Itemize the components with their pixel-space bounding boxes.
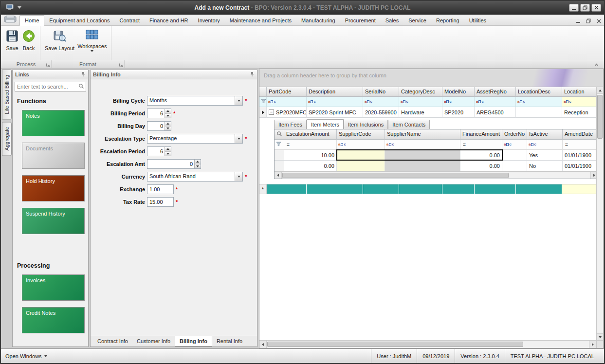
scroll-left-icon[interactable] (275, 172, 282, 179)
scroll-right-icon[interactable] (590, 172, 596, 179)
filter-cell-locationdesc[interactable]: ac (516, 97, 562, 107)
filter-cell-financeamount[interactable]: = (460, 140, 502, 150)
row-indicator-cell[interactable] (275, 150, 284, 161)
cell-modelno[interactable]: SP2020 (442, 107, 475, 118)
scroll-down-icon[interactable] (597, 333, 603, 340)
billing-cycle-select[interactable]: Months (147, 96, 243, 106)
tab-contract-info[interactable]: Contract Info (93, 336, 132, 346)
filter-cell-categorydesc[interactable]: ac (399, 97, 442, 107)
cell-amenddate[interactable]: 01/01/1900 (563, 150, 596, 161)
hold-history-button[interactable]: Hold History (22, 175, 85, 201)
dropdown-arrow-icon[interactable] (235, 134, 242, 143)
row-indicator-cell[interactable] (259, 107, 267, 118)
billing-period-input[interactable] (147, 109, 165, 118)
new-cell-serialno[interactable] (363, 184, 399, 194)
app-icon[interactable] (6, 4, 14, 12)
cell-orderno[interactable] (502, 150, 527, 161)
ribbon-tab-procurement[interactable]: Procurement (340, 16, 381, 25)
scroll-right-icon[interactable] (589, 341, 596, 348)
scrollbar-thumb[interactable] (267, 342, 523, 347)
documents-button[interactable]: Documents (22, 143, 85, 169)
suspend-history-button[interactable]: Suspend History (22, 208, 85, 234)
save-layout-button[interactable]: Save Layout (43, 28, 76, 52)
spin-up-icon[interactable] (165, 122, 171, 126)
filter-cell-assetregno[interactable]: ac (475, 97, 516, 107)
new-cell-assetregno[interactable] (475, 184, 516, 194)
tab-rental-info[interactable]: Rental Info (212, 336, 247, 346)
cell-escalationamount[interactable]: 0.00 (284, 161, 337, 171)
cell-escalationamount[interactable]: 10.00 (284, 150, 337, 161)
row-indicator-cell[interactable] (275, 161, 284, 171)
cell-partcode[interactable]: −SP2020MFC (267, 107, 307, 118)
filter-cell-description[interactable]: ac (307, 97, 363, 107)
back-button[interactable]: Back (20, 28, 37, 52)
filter-cell-suppliercode[interactable]: ac (337, 140, 385, 150)
side-tab-aggregate[interactable]: Aggregate (2, 122, 12, 156)
scrollbar-thumb[interactable] (282, 173, 509, 178)
new-cell-locationdesc[interactable] (516, 184, 562, 194)
dropdown-arrow-icon[interactable] (235, 172, 242, 181)
pin-icon[interactable] (81, 72, 86, 78)
mdi-close-icon[interactable] (597, 19, 601, 23)
cell-serialno[interactable]: 2020-559900 (363, 107, 399, 118)
collapse-ribbon-icon[interactable] (594, 62, 599, 67)
column-header-modelno[interactable]: ModelNo (442, 87, 475, 97)
mdi-restore-icon[interactable] (586, 18, 591, 23)
credit-notes-button[interactable]: Credit Notes (22, 307, 85, 333)
dropdown-arrow-icon[interactable] (235, 96, 242, 105)
cell-financeamount[interactable]: 0.00 (460, 150, 502, 161)
scroll-up-icon[interactable] (597, 87, 603, 94)
cell-suppliername[interactable] (385, 150, 460, 161)
spin-down-icon[interactable] (165, 126, 171, 131)
cell-location[interactable]: Reception (562, 107, 596, 118)
spin-up-icon[interactable] (195, 160, 201, 164)
filter-cell-escalationamount[interactable]: = (284, 140, 337, 150)
billing-day-input[interactable] (147, 122, 165, 130)
column-header-escalationamount[interactable]: EscalationAmount (284, 129, 337, 140)
column-header-isactive[interactable]: IsActive (527, 129, 563, 140)
filter-cell-partcode[interactable]: ac (267, 97, 307, 107)
new-cell-categorydesc[interactable] (399, 184, 442, 194)
cell-suppliercode[interactable] (337, 150, 385, 161)
cell-suppliercode[interactable] (337, 161, 385, 171)
cell-financeamount[interactable]: 0.00 (460, 161, 502, 171)
ribbon-tab-finance-and-hr[interactable]: Finance and HR (145, 16, 193, 25)
filter-cell-serialno[interactable]: ac (363, 97, 399, 107)
ribbon-tab-service[interactable]: Service (403, 16, 431, 25)
escalation-amt-stepper[interactable] (147, 159, 201, 169)
column-header-financeamount[interactable]: FinanceAmount (460, 129, 502, 140)
horizontal-scrollbar[interactable] (259, 340, 596, 348)
escalation-type-select[interactable]: Percentage (147, 134, 243, 144)
vertical-scrollbar[interactable] (596, 87, 603, 340)
escalation-period-stepper[interactable] (147, 146, 171, 156)
tab-customer-info[interactable]: Customer Info (132, 336, 175, 346)
column-header-suppliername[interactable]: SupplierName (385, 129, 460, 140)
tab-billing-info[interactable]: Billing Info (175, 336, 212, 346)
column-header-suppliercode[interactable]: SupplierCode (337, 129, 385, 140)
filter-cell-location[interactable]: ac (562, 97, 596, 107)
cell-isactive[interactable]: Yes (527, 150, 563, 161)
billing-period-stepper[interactable] (147, 109, 171, 118)
filter-cell-amenddate[interactable]: = (563, 140, 596, 150)
save-button[interactable]: Save (4, 28, 20, 52)
format-dialog-launcher-icon[interactable] (119, 63, 123, 67)
tax-rate-field[interactable] (147, 197, 174, 207)
filter-cell-suppliername[interactable]: ac (385, 140, 460, 150)
open-windows-button[interactable]: Open Windows (5, 353, 47, 359)
search-icon[interactable] (78, 83, 84, 90)
scroll-left-icon[interactable] (259, 341, 267, 348)
collapse-detail-icon[interactable]: − (269, 109, 274, 115)
column-header-locationdesc[interactable]: LocationDesc (516, 87, 562, 97)
close-button[interactable] (591, 4, 601, 12)
ribbon-tab-manufacturing[interactable]: Manufacturing (296, 16, 340, 25)
process-dialog-launcher-icon[interactable] (46, 63, 50, 67)
column-header-location[interactable]: Location (562, 87, 596, 97)
workspaces-dropdown-icon[interactable] (91, 50, 93, 52)
scrollbar-thumb[interactable] (597, 95, 603, 139)
cell-isactive[interactable]: No (527, 161, 563, 171)
group-by-panel[interactable]: Drag a column header here to group by th… (259, 69, 603, 87)
ribbon-tab-sales[interactable]: Sales (381, 16, 404, 25)
filter-cell-isactive[interactable]: ac (527, 140, 563, 150)
tab-item-fees[interactable]: Item Fees (274, 120, 307, 129)
ribbon-tab-maintenance-and-projects[interactable]: Maintenance and Projects (225, 16, 296, 25)
